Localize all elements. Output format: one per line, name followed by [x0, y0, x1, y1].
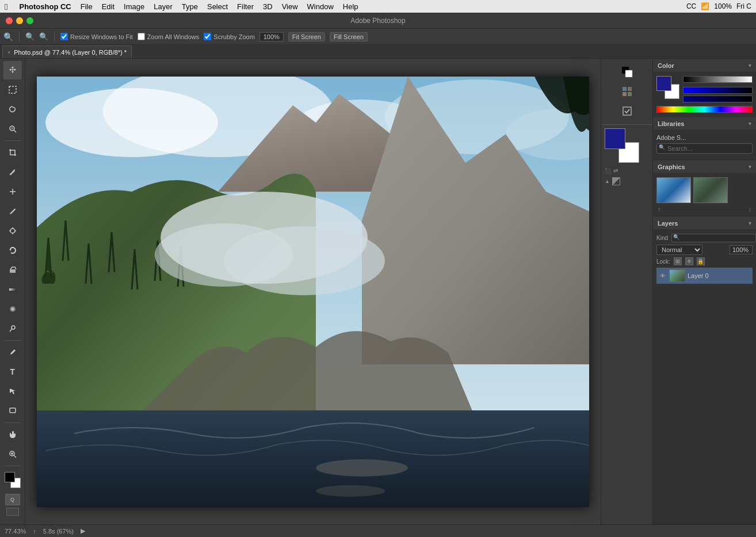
menu-bar:  Photoshop CC File Edit Image Layer Typ… [0, 0, 756, 13]
svg-rect-18 [10, 408, 16, 413]
battery-indicator: 100% [714, 2, 732, 10]
path-selection-tool[interactable] [3, 382, 22, 401]
layers-search-input[interactable] [671, 234, 756, 242]
color-fg-bg-swatch[interactable] [656, 76, 679, 99]
swap-colors-icon[interactable]: ⇄ [613, 167, 618, 174]
eraser-tool[interactable] [3, 261, 22, 279]
menu-help[interactable]: Help [343, 2, 358, 11]
adjustments-panel-icon[interactable] [618, 83, 636, 100]
photo-canvas[interactable] [37, 77, 589, 507]
color-r-slider[interactable] [683, 76, 753, 83]
graphics-scroll-up-icon[interactable]: ↑ [658, 205, 661, 212]
libraries-panel-section: Libraries ▾ Adobe S... 🔍 [653, 117, 756, 160]
zoom-tool[interactable] [3, 445, 22, 463]
close-button[interactable] [6, 17, 13, 24]
foreground-color-swatch[interactable] [5, 472, 15, 482]
scrubby-zoom-check[interactable]: Scrubby Zoom [204, 33, 255, 40]
move-tool[interactable] [3, 61, 22, 79]
masking-panel-icon[interactable] [618, 102, 636, 120]
zoom-input[interactable] [259, 32, 284, 41]
quick-select-tool[interactable] [3, 120, 22, 138]
svg-rect-41 [623, 107, 631, 115]
svg-rect-12 [9, 288, 16, 291]
lasso-tool[interactable] [3, 100, 22, 119]
eyedropper-tool[interactable] [3, 163, 22, 181]
dodge-tool[interactable] [3, 319, 22, 338]
svg-point-15 [12, 309, 13, 310]
menu-edit[interactable]: Edit [102, 2, 114, 11]
resize-windows-check[interactable]: Resize Windows to Fit [60, 33, 133, 40]
color-b-slider[interactable] [683, 96, 753, 102]
lock-position-btn[interactable]: ✛ [685, 257, 693, 265]
lock-pixels-btn[interactable]: ⊞ [674, 257, 682, 265]
status-nav-arrow[interactable]: ▶ [81, 527, 85, 535]
blend-mode-select[interactable]: Normal [656, 245, 702, 255]
clock: Fri C [736, 2, 751, 10]
menu-select[interactable]: Select [207, 2, 228, 11]
creative-cloud-icon[interactable]: CC [686, 2, 696, 10]
svg-point-34 [316, 485, 385, 497]
layers-panel-content: Kind 🔍 Normal [653, 230, 756, 524]
zoom-tool-icon: 🔍 [3, 32, 13, 41]
app-title: Adobe Photoshop [350, 17, 405, 25]
maximize-button[interactable] [26, 17, 33, 24]
color-spectrum-bar[interactable] [656, 106, 753, 113]
rectangular-marquee-tool[interactable] [3, 81, 22, 99]
gradient-tool[interactable] [3, 280, 22, 299]
menu-filter[interactable]: Filter [237, 2, 254, 11]
menu-window[interactable]: Window [307, 2, 334, 11]
zoom-in-btn[interactable]: 🔍 [39, 32, 48, 41]
screen-mode-btn[interactable] [6, 508, 19, 516]
menu-type[interactable]: Type [182, 2, 198, 11]
lock-all-btn[interactable]: 🔒 [697, 257, 705, 265]
color-panel-header[interactable]: Color ▾ [653, 59, 756, 73]
healing-brush-tool[interactable] [3, 182, 22, 201]
type-tool[interactable]: T [3, 363, 22, 381]
history-brush-tool[interactable] [3, 241, 22, 260]
svg-rect-36 [625, 70, 632, 77]
zoom-all-check[interactable]: Zoom All Windows [138, 33, 199, 40]
brush-tool[interactable] [3, 202, 22, 220]
zoom-out-btn[interactable]: 🔍 [25, 32, 35, 41]
pen-tool[interactable] [3, 343, 22, 361]
shape-tool[interactable] [3, 402, 22, 420]
layers-panel-header[interactable]: Layers ▾ [653, 216, 756, 230]
fit-screen-button[interactable]: Fit Screen [288, 32, 325, 41]
fg-bg-color-display[interactable] [605, 128, 639, 163]
right-panels-container: ⬛ ⇄ ▲ Color ▾ [601, 59, 756, 524]
tab-close-icon[interactable]: × [7, 49, 10, 55]
libraries-panel-header[interactable]: Libraries ▾ [653, 117, 756, 131]
crop-tool[interactable] [3, 143, 22, 162]
graphic-thumb-1[interactable] [656, 177, 691, 203]
color-swatch-area[interactable] [3, 471, 22, 489]
hand-tool[interactable] [3, 425, 22, 444]
reset-colors-icon[interactable]: ⬛ [605, 168, 611, 174]
document-tab[interactable]: × Photo.psd @ 77.4% (Layer 0, RGB/8*) * [2, 45, 132, 58]
minimize-button[interactable] [16, 17, 23, 24]
menu-layer[interactable]: Layer [154, 2, 173, 11]
gradient-icon[interactable]: ▲ [605, 178, 610, 184]
graphics-scroll-down-icon[interactable]: ↓ [749, 205, 752, 212]
apple-menu[interactable]:  [5, 2, 7, 12]
graphics-panel-header[interactable]: Graphics ▾ [653, 160, 756, 174]
layer-0-item[interactable]: 👁 Layer 0 [656, 268, 753, 284]
fill-screen-button[interactable]: Fill Screen [330, 32, 368, 41]
blur-tool[interactable] [3, 300, 22, 318]
color-g-slider[interactable] [683, 87, 753, 94]
adobe-libraries-label: Adobe S... [656, 134, 686, 141]
libraries-search-input[interactable] [656, 143, 753, 154]
menu-view[interactable]: View [282, 2, 298, 11]
color-panel-icon[interactable] [618, 63, 636, 81]
clone-stamp-tool[interactable] [3, 222, 22, 240]
layer-visibility-icon[interactable]: 👁 [659, 272, 667, 280]
layers-panel-section: Layers ▾ Kind 🔍 Normal [653, 216, 756, 524]
mask-icon[interactable] [612, 177, 620, 185]
menu-3d[interactable]: 3D [263, 2, 273, 11]
share-status-icon[interactable]: ↑ [33, 528, 36, 535]
menu-file[interactable]: File [81, 2, 93, 11]
opacity-input[interactable] [730, 245, 753, 254]
quick-mask-btn[interactable]: Q [5, 494, 20, 505]
graphic-thumb-2[interactable] [693, 177, 728, 203]
menu-image[interactable]: Image [124, 2, 144, 11]
fg-color-box[interactable] [605, 128, 625, 149]
